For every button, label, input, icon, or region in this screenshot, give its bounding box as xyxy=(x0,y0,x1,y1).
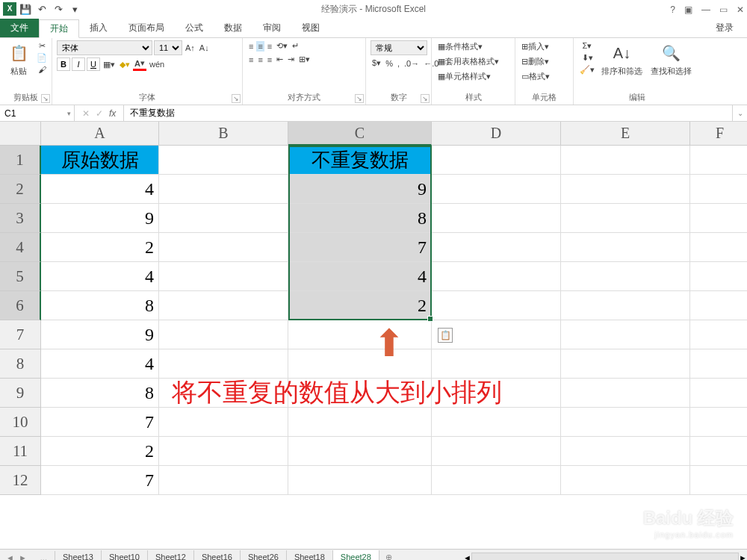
align-center-icon[interactable]: ≡ xyxy=(256,55,264,65)
tab-layout[interactable]: 页面布局 xyxy=(118,19,175,37)
align-right-icon[interactable]: ≡ xyxy=(266,55,273,65)
cell-styles-button[interactable]: ▦ 单元格样式 ▾ xyxy=(436,70,492,83)
col-header-C[interactable]: C xyxy=(288,122,432,146)
row-header-2[interactable]: 2 xyxy=(0,175,41,204)
cell-D6[interactable] xyxy=(432,291,561,320)
sort-filter-button[interactable]: A↓ 排序和筛选 xyxy=(598,40,645,78)
cell-A6[interactable]: 8 xyxy=(41,291,159,320)
cell-E11[interactable] xyxy=(561,437,690,466)
cell-E5[interactable] xyxy=(561,262,690,291)
cell-C7[interactable] xyxy=(288,320,432,349)
sheet-tab-Sheet10[interactable]: Sheet10 xyxy=(102,550,148,561)
orientation-icon[interactable]: ⟲▾ xyxy=(275,40,289,52)
cell-B8[interactable] xyxy=(159,349,288,379)
sheet-tab-Sheet16[interactable]: Sheet16 xyxy=(194,550,241,561)
formula-input[interactable]: 不重复数据 xyxy=(124,105,732,121)
align-bottom-icon[interactable]: ≡ xyxy=(266,41,273,52)
minimize-icon[interactable]: — xyxy=(701,4,710,15)
sheet-nav-prev-icon[interactable]: ◄ xyxy=(6,553,14,561)
cell-C2[interactable]: 9 xyxy=(288,175,432,204)
merge-center-icon[interactable]: ⊞▾ xyxy=(297,54,311,65)
cell-B1[interactable] xyxy=(159,146,288,175)
tab-insert[interactable]: 插入 xyxy=(79,19,118,37)
cell-E12[interactable] xyxy=(561,466,690,495)
cell-E9[interactable] xyxy=(561,379,690,408)
cell-C4[interactable]: 7 xyxy=(288,233,432,262)
row-header-7[interactable]: 7 xyxy=(0,320,41,349)
paste-button[interactable]: 📋 粘贴 xyxy=(4,40,33,78)
sheet-tab-Sheet26[interactable]: Sheet26 xyxy=(241,550,287,561)
cell-E4[interactable] xyxy=(561,233,690,262)
tab-file[interactable]: 文件 xyxy=(0,18,39,37)
cell-E8[interactable] xyxy=(561,349,690,379)
paste-options-icon[interactable]: 📋 xyxy=(438,328,453,343)
cell-F7[interactable] xyxy=(690,320,747,349)
cell-A1[interactable]: 原始数据 xyxy=(41,146,159,175)
row-header-6[interactable]: 6 xyxy=(0,291,41,320)
cell-A10[interactable]: 7 xyxy=(41,408,159,437)
cell-D8[interactable] xyxy=(432,349,561,379)
select-all-corner[interactable] xyxy=(0,122,41,146)
sheet-ellipsis[interactable]: ... xyxy=(33,551,55,561)
restore-icon[interactable]: ▭ xyxy=(719,4,728,15)
increase-decimal-icon[interactable]: .0→ xyxy=(403,58,421,69)
name-box[interactable]: C1 xyxy=(0,105,75,121)
cell-E2[interactable] xyxy=(561,175,690,204)
cell-D3[interactable] xyxy=(432,204,561,233)
col-header-D[interactable]: D xyxy=(432,122,561,146)
indent-increase-icon[interactable]: ⇥ xyxy=(286,54,296,65)
fx-icon[interactable]: fx xyxy=(109,108,116,119)
col-header-A[interactable]: A xyxy=(41,122,159,146)
spreadsheet-grid[interactable]: A B C D E F 1 2 3 4 5 6 7 8 9 10 11 12 原… xyxy=(0,122,747,549)
cell-C10[interactable] xyxy=(288,408,432,437)
cell-F12[interactable] xyxy=(690,466,747,495)
underline-button[interactable]: U xyxy=(87,57,100,71)
cell-D1[interactable] xyxy=(432,146,561,175)
row-header-3[interactable]: 3 xyxy=(0,204,41,233)
scroll-right-icon[interactable]: ► xyxy=(739,553,747,561)
row-header-8[interactable]: 8 xyxy=(0,349,41,379)
align-launcher-icon[interactable]: ↘ xyxy=(355,94,364,103)
cell-E6[interactable] xyxy=(561,291,690,320)
cell-A5[interactable]: 4 xyxy=(41,262,159,291)
row-header-12[interactable]: 12 xyxy=(0,466,41,495)
sheet-add-icon[interactable]: ⊕ xyxy=(379,553,398,560)
cell-F11[interactable] xyxy=(690,437,747,466)
autosum-icon[interactable]: Σ▾ xyxy=(578,40,596,52)
sheet-nav-next-icon[interactable]: ► xyxy=(19,553,27,561)
save-icon[interactable]: 💾 xyxy=(18,2,33,17)
cell-B2[interactable] xyxy=(159,175,288,204)
cell-F9[interactable] xyxy=(690,379,747,408)
formula-expand-icon[interactable]: ⌄ xyxy=(732,105,747,121)
sheet-tab-Sheet18[interactable]: Sheet18 xyxy=(287,550,333,561)
row-header-4[interactable]: 4 xyxy=(0,233,41,262)
cell-A8[interactable]: 4 xyxy=(41,349,159,379)
horizontal-scrollbar[interactable]: ◄ ► xyxy=(463,552,747,561)
align-top-icon[interactable]: ≡ xyxy=(247,41,255,52)
tab-data[interactable]: 数据 xyxy=(214,19,252,37)
font-name-select[interactable]: 宋体 xyxy=(57,40,152,55)
col-header-B[interactable]: B xyxy=(159,122,288,146)
align-left-icon[interactable]: ≡ xyxy=(247,55,255,65)
cell-F10[interactable] xyxy=(690,408,747,437)
cell-B12[interactable] xyxy=(159,466,288,495)
enter-icon[interactable]: ✓ xyxy=(96,108,103,119)
cell-B7[interactable] xyxy=(159,320,288,349)
cell-B10[interactable] xyxy=(159,408,288,437)
sheet-tab-Sheet28[interactable]: Sheet28 xyxy=(333,550,379,561)
tab-view[interactable]: 视图 xyxy=(291,19,330,37)
cell-D4[interactable] xyxy=(432,233,561,262)
indent-decrease-icon[interactable]: ⇤ xyxy=(275,54,285,65)
cell-D5[interactable] xyxy=(432,262,561,291)
row-header-10[interactable]: 10 xyxy=(0,408,41,437)
cell-A9[interactable]: 8 xyxy=(41,379,159,408)
percent-icon[interactable]: % xyxy=(384,58,394,69)
font-color-icon[interactable]: A▾ xyxy=(133,57,146,71)
row-header-9[interactable]: 9 xyxy=(0,379,41,408)
cell-E3[interactable] xyxy=(561,204,690,233)
cell-F5[interactable] xyxy=(690,262,747,291)
grow-font-icon[interactable]: A↑ xyxy=(184,43,196,53)
cell-F6[interactable] xyxy=(690,291,747,320)
row-header-5[interactable]: 5 xyxy=(0,262,41,291)
conditional-format-button[interactable]: ▦ 条件格式 ▾ xyxy=(436,40,484,53)
